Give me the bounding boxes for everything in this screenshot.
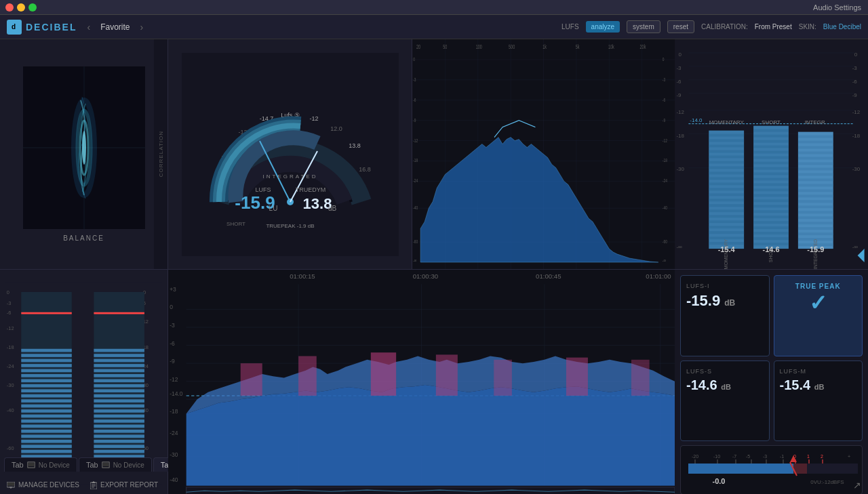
svg-rect-229 (94, 384, 144, 388)
svg-text:-18: -18 (7, 344, 14, 350)
tab-1[interactable]: Tab No Device (4, 457, 77, 472)
svg-text:SHORT: SHORT (762, 119, 781, 125)
svg-text:-40: -40 (170, 476, 178, 483)
svg-text:-12: -12 (413, 137, 418, 142)
traffic-lights (5, 3, 37, 12)
svg-rect-119 (709, 231, 744, 234)
logo-text: DECIBEL (26, 22, 77, 33)
svg-text:-3: -3 (663, 77, 666, 82)
lufs-s-title: LUFS-S (686, 368, 764, 375)
tab-1-device-icon (27, 461, 35, 468)
svg-text:-5: -5 (746, 454, 750, 459)
nav-next-button[interactable]: › (136, 20, 146, 34)
svg-text:01:00:15: 01:00:15 (290, 272, 315, 280)
svg-text:-40: -40 (7, 407, 14, 413)
svg-text:-3: -3 (7, 301, 12, 307)
svg-rect-158 (798, 200, 833, 203)
svg-rect-284 (631, 360, 650, 396)
svg-text:-12: -12 (676, 109, 684, 115)
export-report-button[interactable]: EXPORT REPORT (90, 481, 158, 489)
svg-text:2: 2 (821, 454, 823, 459)
svg-text:-12: -12 (663, 137, 667, 142)
true-peak-title: TRUE PEAK (780, 283, 857, 290)
close-button[interactable] (5, 3, 14, 12)
svg-rect-237 (94, 425, 144, 428)
svg-text:-3: -3 (413, 77, 416, 82)
svg-text:-15.9: -15.9 (807, 245, 824, 253)
svg-text:01:00:45: 01:00:45 (536, 272, 561, 280)
svg-text:-9: -9 (170, 358, 175, 365)
svg-text:-18: -18 (170, 409, 178, 415)
lissajous-display (23, 66, 145, 229)
svg-text:1k: 1k (542, 43, 547, 50)
svg-text:-6: -6 (663, 96, 666, 102)
svg-rect-279 (298, 356, 317, 396)
svg-text:20k: 20k (640, 43, 646, 50)
svg-rect-281 (436, 354, 458, 396)
svg-rect-136 (753, 199, 789, 202)
nav-prev-button[interactable]: ‹ (83, 20, 94, 34)
reset-button[interactable]: reset (667, 20, 694, 33)
svg-rect-231 (94, 394, 144, 398)
svg-text:-18: -18 (663, 157, 667, 163)
svg-rect-109 (709, 177, 744, 180)
svg-rect-162 (798, 222, 833, 224)
svg-rect-199 (21, 364, 72, 367)
svg-rect-214 (21, 440, 72, 443)
svg-text:LU: LU (269, 205, 277, 212)
tab-2[interactable]: Tab No Device (79, 457, 152, 472)
analyze-button[interactable]: analyze (586, 21, 620, 33)
svg-text:-6: -6 (7, 310, 12, 316)
svg-rect-317 (103, 463, 108, 466)
svg-rect-106 (709, 161, 744, 163)
svg-rect-227 (94, 374, 144, 377)
svg-rect-124 (753, 135, 789, 138)
svg-text:0: 0 (7, 289, 9, 295)
svg-rect-149 (798, 152, 833, 155)
svg-text:01:00:30: 01:00:30 (413, 272, 438, 280)
svg-text:50: 50 (443, 43, 447, 50)
svg-rect-138 (753, 210, 789, 213)
svg-rect-211 (21, 425, 72, 428)
svg-text:5k: 5k (576, 43, 580, 50)
svg-rect-240 (94, 440, 144, 443)
title-bar-label: Audio Settings (813, 3, 861, 12)
svg-text:-24: -24 (170, 430, 178, 436)
svg-text:-20: -20 (692, 454, 698, 459)
svg-text:-60: -60 (663, 239, 667, 244)
svg-rect-233 (94, 405, 144, 408)
svg-rect-209 (21, 415, 72, 418)
svg-rect-104 (709, 150, 744, 153)
svg-text:-14.6: -14.6 (763, 245, 780, 253)
svg-rect-234 (94, 409, 144, 413)
manage-devices-button[interactable]: MANAGE DEVICES (7, 481, 79, 489)
svg-text:INTEGRATED: INTEGRATED (813, 239, 818, 269)
svg-rect-114 (709, 204, 744, 207)
minimize-button[interactable] (17, 3, 25, 12)
svg-rect-129 (753, 161, 789, 164)
svg-rect-223 (94, 354, 144, 357)
maximize-button[interactable] (28, 3, 37, 12)
svg-text:-∞: -∞ (852, 244, 859, 250)
lufs-m-title: LUFS-M (780, 368, 857, 375)
svg-rect-161 (798, 216, 833, 219)
svg-rect-153 (798, 173, 833, 176)
svg-text:-10: -10 (713, 454, 720, 459)
svg-text:-60: -60 (413, 239, 418, 244)
svg-text:500: 500 (509, 43, 515, 50)
svg-rect-131 (753, 172, 789, 175)
system-button[interactable]: system (627, 20, 660, 33)
svg-rect-321 (7, 482, 14, 486)
right-panel-top: 0 -3 -6 -9 -12 -18 -30 -∞ 0 -3 -6 -9 -12… (675, 39, 868, 270)
lufs-i-truepeak-row: LUFS-I -15.9 dB TRUE PEAK ✓ (680, 275, 863, 356)
tab-2-device: No Device (113, 461, 144, 469)
expand-icon[interactable]: ↗ (853, 480, 861, 491)
export-report-label: EXPORT REPORT (100, 481, 158, 489)
svg-text:-40: -40 (663, 205, 667, 210)
spectrum-panel: 20 50 100 500 1k 5k 10k 20k 0 -3 -6 -9 -… (412, 39, 675, 270)
svg-rect-220 (21, 312, 72, 314)
svg-rect-123 (753, 129, 789, 132)
gauge-panel: -18 -15 -12 -14.7 Lufs ⑤ -12 12.0 13.8 1… (168, 39, 412, 270)
svg-text:-15.4: -15.4 (718, 245, 736, 253)
svg-rect-133 (753, 183, 789, 186)
